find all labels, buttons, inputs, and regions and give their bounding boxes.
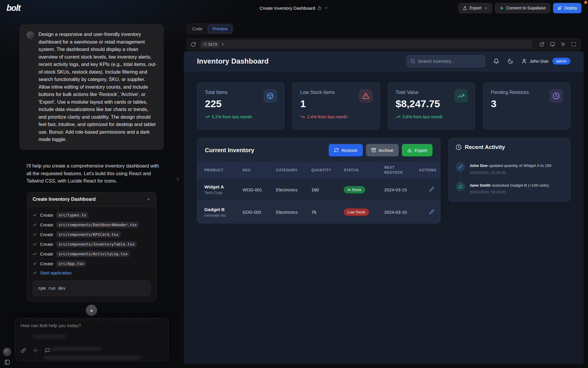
user-avatar: [26, 31, 34, 39]
build-plan-card: Create Inventory Dashboard Create src/ty…: [27, 192, 156, 301]
refresh-icon: [456, 182, 465, 191]
quantity-cell: 150: [311, 187, 344, 192]
deploy-button-label: Deploy: [564, 6, 577, 10]
connect-supabase-label: Connect to Supabase: [506, 6, 546, 10]
dark-mode-toggle-icon[interactable]: [507, 58, 513, 64]
archive-button-label: Archive: [379, 148, 393, 153]
preview-address-bar: 5173 /: [186, 38, 581, 50]
restock-date-cell: 2024-03-10: [384, 210, 419, 215]
plan-step-label: Create: [40, 222, 53, 227]
column-product: PRODUCT: [204, 168, 243, 172]
status-badge: Low Stock: [344, 208, 369, 216]
kpi-trend-text: 3.8% from last month: [402, 115, 443, 119]
column-next-restock: NEXT RESTOCK: [384, 165, 407, 175]
arrow-down-icon: [89, 308, 94, 313]
project-title-menu[interactable]: Create Inventory Dashboard: [260, 6, 328, 11]
export-csv-button[interactable]: Export: [402, 144, 432, 156]
plan-step-label: Create: [40, 242, 53, 247]
scroll-to-bottom-button[interactable]: [86, 305, 97, 316]
edit-pencil-icon[interactable]: [429, 187, 434, 192]
view-tabs: Code Preview: [186, 24, 233, 34]
inventory-search[interactable]: [407, 55, 485, 67]
archive-icon: [371, 148, 376, 152]
edit-pencil-icon[interactable]: [429, 209, 434, 214]
chat-input[interactable]: [15, 318, 168, 334]
enhance-sparkles-icon[interactable]: [33, 348, 38, 353]
plan-step: Create src/types.ts: [33, 210, 151, 220]
notification-dot: [584, 1, 587, 4]
column-sku: SKU: [243, 168, 276, 172]
kpi-trend-text: 2.4% from last month: [307, 115, 347, 119]
start-application-link[interactable]: Start application: [40, 270, 72, 275]
deploy-button[interactable]: Deploy: [553, 3, 582, 13]
url-bar[interactable]: 5173 /: [200, 40, 532, 49]
activity-time: 20/02/2024, 10:30:00: [470, 170, 551, 175]
user-message-card: Design a responsive and user-friendly in…: [19, 24, 164, 150]
product-name: Widget A: [204, 184, 243, 190]
activity-text: restocked Gadget B (+100 units): [491, 183, 549, 188]
notifications-bell-icon[interactable]: [493, 58, 499, 64]
export-button[interactable]: Export: [458, 3, 492, 13]
redacted-text-line: [51, 347, 102, 351]
kpi-card-low-stock: Low Stock Items 1 2.4% from last month: [292, 82, 380, 130]
tab-preview[interactable]: Preview: [208, 25, 233, 33]
device-preview-icon[interactable]: [550, 42, 555, 47]
sidebar-toggle-icon[interactable]: [4, 359, 10, 365]
dashboard-header: Inventory Dashboard John Doe admin: [184, 51, 584, 71]
file-chip: src/App.tsx: [56, 261, 86, 267]
restock-button-label: Restock: [341, 148, 357, 153]
reload-icon[interactable]: [191, 42, 196, 47]
restock-button[interactable]: Restock: [329, 144, 363, 156]
plan-step-label: Create: [40, 232, 53, 237]
collapse-chat-chevron-icon[interactable]: [175, 176, 181, 182]
topbar: bolt Create Inventory Dashboard Export C…: [0, 0, 588, 16]
chevron-down-icon: [324, 6, 328, 10]
connect-supabase-button[interactable]: Connect to Supabase: [495, 3, 550, 13]
plan-step-label: Create: [40, 251, 53, 256]
upload-icon: [463, 6, 467, 10]
activity-actor: John Doe: [470, 163, 488, 168]
trend-up-icon: [396, 115, 400, 119]
user-icon: [522, 59, 527, 64]
kpi-row: Total Items 225 5.2% from last month Low…: [197, 82, 570, 130]
chat-mode-icon[interactable]: [45, 348, 50, 353]
plan-step: Create src/components/InventoryTable.tsx: [33, 239, 151, 249]
plan-step: Create src/components/DashboardHeader.ts…: [33, 220, 151, 230]
trend-up-icon: [205, 115, 210, 119]
check-icon: [33, 261, 37, 266]
fullscreen-icon[interactable]: [571, 42, 576, 47]
activity-item: John Doe updated quantity of Widget A to…: [456, 162, 563, 175]
activity-text: updated quantity of Widget A to 150: [488, 163, 552, 168]
bolt-logo[interactable]: bolt: [6, 3, 20, 13]
collapse-chevron-icon[interactable]: [146, 197, 151, 202]
profile-avatar[interactable]: [3, 348, 11, 356]
rocket-icon: [557, 6, 562, 10]
tab-code[interactable]: Code: [188, 25, 207, 33]
kpi-trend-text: 5.2% from last month: [212, 115, 252, 119]
sku-cell: GDG-002: [243, 210, 276, 215]
file-chip: src/types.ts: [56, 212, 88, 218]
activity-item: Jane Smith restocked Gadget B (+100 unit…: [456, 182, 563, 195]
restock-date-cell: 2024-03-15: [384, 187, 419, 192]
status-badge: In Stock: [344, 186, 365, 193]
user-menu[interactable]: John Doe admin: [522, 58, 570, 64]
attach-link-icon[interactable]: [21, 348, 26, 353]
archive-button[interactable]: Archive: [366, 144, 399, 156]
category-cell: Electronics: [276, 187, 311, 192]
download-icon: [407, 148, 412, 152]
trending-up-icon: [454, 89, 468, 103]
column-quantity: QUANTITY: [311, 168, 344, 172]
export-csv-button-label: Export: [415, 148, 427, 153]
inspector-icon[interactable]: [561, 42, 566, 47]
plan-step: Create src/App.tsx: [33, 259, 151, 268]
file-chip: src/components/InventoryTable.tsx: [56, 241, 137, 247]
port-badge[interactable]: 5173: [201, 42, 219, 47]
lock-icon: [318, 6, 322, 10]
clock-icon: [456, 144, 462, 150]
open-in-new-tab-icon[interactable]: [539, 42, 544, 47]
clock-icon: [549, 89, 563, 103]
search-input[interactable]: [418, 59, 481, 64]
sku-cell: WDG-001: [243, 187, 276, 192]
file-chip: src/components/DashboardHeader.tsx: [56, 222, 139, 228]
workbench-panel: Code Preview 5173 / Inventory Das: [184, 16, 588, 368]
